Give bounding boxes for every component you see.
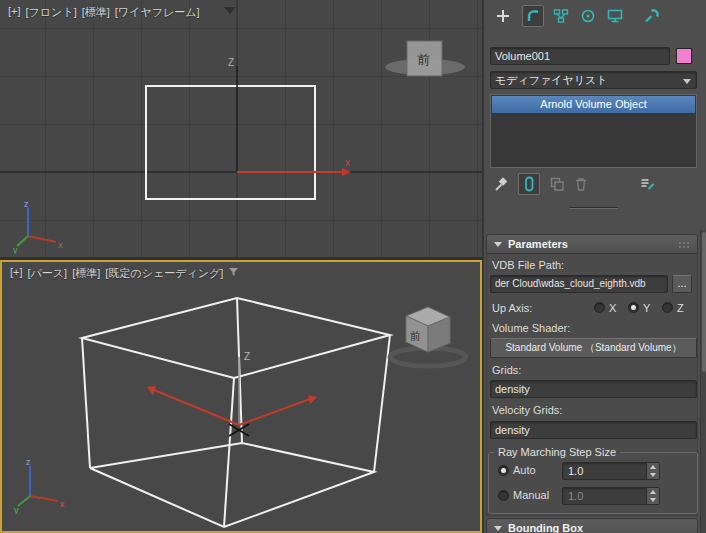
tripod-x-label: x (60, 499, 65, 509)
chevron-down-icon (683, 79, 691, 84)
tripod-z-label: z (26, 457, 31, 467)
object-color-swatch[interactable] (676, 48, 692, 64)
hierarchy-icon (553, 8, 569, 24)
parameters-rollout-header[interactable]: Parameters (486, 234, 698, 254)
grids-field[interactable]: density (490, 380, 697, 398)
rollout-title: Parameters (508, 238, 568, 250)
panel-scrollbar-thumb[interactable] (702, 232, 706, 372)
ray-marching-group-title: Ray Marching Step Size (494, 446, 620, 458)
configure-modifier-sets-button[interactable] (636, 173, 658, 195)
rollout-open-icon (494, 526, 502, 531)
velocity-grids-label: Velocity Grids: (492, 404, 562, 416)
spinner-up-button[interactable] (647, 488, 659, 496)
tripod-z-label: z (24, 199, 29, 209)
viewcube[interactable]: 前 (382, 36, 470, 84)
configure-list-icon (639, 176, 655, 192)
vp-menu-viewpoint[interactable]: [パース] (28, 266, 68, 281)
auto-step-radio[interactable] (498, 465, 509, 476)
manual-step-spinner[interactable]: 1.0 (562, 487, 660, 505)
vp-menu-viewpoint[interactable]: [フロント] (26, 5, 77, 20)
up-axis-x-text[interactable]: X (609, 302, 616, 314)
auto-step-label[interactable]: Auto (513, 464, 536, 476)
modifier-stack-item[interactable]: Arnold Volume Object (492, 96, 695, 113)
per-view-filter-icon[interactable] (228, 267, 239, 278)
spinner-buttons (646, 488, 659, 504)
up-axis-y-text[interactable]: Y (643, 302, 650, 314)
tripod-y-label: y (14, 505, 19, 514)
rollout-open-icon (494, 242, 502, 247)
front-gizmo-z-label: Z (228, 57, 234, 68)
remove-modifier-button[interactable] (570, 173, 592, 195)
up-axis-label: Up Axis: (492, 302, 532, 314)
rollout-title: Bounding Box (508, 522, 583, 533)
viewcube-front-face-label: 前 (409, 330, 421, 342)
axis-tripod: z x y (12, 198, 68, 254)
manual-step-value: 1.0 (568, 490, 583, 502)
command-panel: Volume001 モディファイヤリスト Arnold Volume Objec… (484, 0, 706, 533)
display-tab[interactable] (604, 5, 626, 27)
grids-label: Grids: (492, 364, 521, 376)
auto-step-spinner[interactable]: 1.0 (562, 462, 660, 480)
up-axis-x-radio[interactable] (594, 302, 605, 313)
spinner-down-button[interactable] (647, 496, 659, 504)
spinner-buttons (646, 463, 659, 479)
duplicate-icon (549, 176, 565, 192)
panel-scrollbar[interactable] (700, 230, 706, 533)
tripod-y-label: y (13, 245, 18, 254)
viewport-front-label: [+] [フロント] [標準] [ワイヤフレーム] (8, 5, 200, 20)
trash-icon (573, 176, 589, 192)
volume-shader-button[interactable]: Standard Volume （Standard Volume） (490, 338, 697, 358)
viewport-layout-tab-icon[interactable] (224, 7, 236, 14)
viewcube[interactable]: 前 (382, 300, 474, 372)
viewport-perspective[interactable]: [+] [パース] [標準] [既定のシェーディング] Z (0, 260, 482, 533)
vp-menu-shading[interactable]: [既定のシェーディング] (105, 266, 223, 281)
3dsmax-window: { "viewport_front": { "menu_plus": "[+]"… (0, 0, 706, 533)
velocity-grids-field[interactable]: density (490, 421, 697, 439)
vdb-file-path-label: VDB File Path: (492, 259, 564, 271)
display-icon (607, 8, 623, 24)
viewport-front[interactable]: [+] [フロント] [標準] [ワイヤフレーム] Z x 前 z x y (0, 0, 482, 257)
pin-stack-button[interactable] (490, 173, 512, 195)
vp-menu-shading[interactable]: [ワイヤフレーム] (115, 5, 200, 20)
tripod-x-label: x (58, 240, 63, 250)
modify-icon (525, 8, 541, 24)
up-axis-z-text[interactable]: Z (677, 302, 684, 314)
bounding-box-rollout-header[interactable]: Bounding Box (486, 518, 698, 533)
utilities-tab[interactable] (640, 5, 662, 27)
wrench-icon (643, 8, 659, 24)
create-tab[interactable] (492, 5, 514, 27)
up-axis-y-radio[interactable] (628, 302, 639, 313)
modify-tab[interactable] (522, 5, 544, 27)
vp-menu-standard[interactable]: [標準] (72, 266, 100, 281)
up-axis-z-radio[interactable] (662, 302, 673, 313)
spinner-up-button[interactable] (647, 463, 659, 471)
browse-vdb-button[interactable]: ... (672, 275, 692, 293)
axis-tripod: z x y (12, 454, 68, 514)
vp-menu-plus[interactable]: [+] (10, 266, 23, 281)
motion-tab[interactable] (577, 5, 599, 27)
volume-shader-label: Volume Shader: (492, 322, 570, 334)
spinner-down-button[interactable] (647, 471, 659, 479)
viewport-persp-label: [+] [パース] [標準] [既定のシェーディング] (10, 266, 239, 281)
make-unique-button[interactable] (546, 173, 568, 195)
modifier-stack[interactable]: Arnold Volume Object (490, 94, 697, 168)
modifier-list-dropdown[interactable]: モディファイヤリスト (490, 71, 697, 89)
hierarchy-tab[interactable] (550, 5, 572, 27)
manual-step-label[interactable]: Manual (513, 489, 549, 501)
plus-icon (495, 8, 511, 24)
vp-menu-plus[interactable]: [+] (8, 5, 21, 20)
object-name-input[interactable]: Volume001 (490, 47, 670, 65)
auto-step-value[interactable]: 1.0 (568, 465, 583, 477)
modifier-list-label: モディファイヤリスト (495, 74, 608, 86)
vdb-file-path-field[interactable]: der Cloud\wdas_cloud_eighth.vdb (490, 275, 668, 293)
vp-menu-standard[interactable]: [標準] (82, 5, 110, 20)
viewcube-front-face-label: 前 (417, 52, 430, 67)
front-gizmo-x-label: x (345, 157, 350, 168)
rollout-grip-icon (678, 241, 690, 248)
capsule-icon (521, 176, 537, 192)
pin-icon (493, 176, 509, 192)
motion-icon (580, 8, 596, 24)
show-end-result-button[interactable] (518, 173, 540, 195)
manual-step-radio[interactable] (498, 490, 509, 501)
panel-resize-grip[interactable] (570, 207, 618, 209)
